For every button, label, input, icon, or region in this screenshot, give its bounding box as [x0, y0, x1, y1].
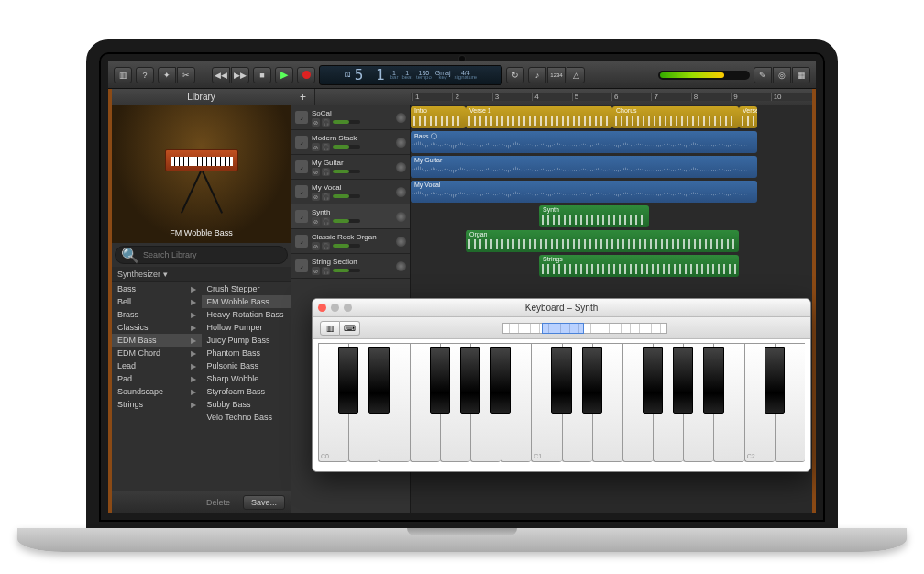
track-header[interactable]: ♪Synth⊘🎧: [292, 204, 410, 229]
black-key[interactable]: [643, 347, 663, 414]
countin-button[interactable]: 1234: [547, 67, 566, 83]
save-button[interactable]: Save...: [243, 495, 285, 510]
pan-knob[interactable]: [396, 212, 406, 222]
category-item[interactable]: Pad▶: [112, 372, 202, 385]
patch-item[interactable]: FM Wobble Bass: [202, 295, 292, 308]
patch-list[interactable]: Crush StepperFM Wobble BassHeavy Rotatio…: [202, 282, 292, 491]
patch-item[interactable]: Styrofoam Bass: [202, 385, 292, 398]
category-item[interactable]: Strings▶: [112, 398, 202, 411]
play-button[interactable]: ▶: [275, 67, 293, 83]
category-item[interactable]: Lead▶: [112, 359, 202, 372]
category-item[interactable]: Bell▶: [112, 295, 202, 308]
region[interactable]: Bass ⓘ: [411, 131, 757, 153]
library-breadcrumb[interactable]: Synthesizer ▾: [112, 267, 291, 282]
category-item[interactable]: Soundscape▶: [112, 385, 202, 398]
pan-knob[interactable]: [396, 187, 406, 197]
volume-slider[interactable]: [333, 145, 360, 149]
library-toggle-button[interactable]: ▥: [114, 67, 132, 83]
patch-item[interactable]: Sharp Wobble: [202, 372, 292, 385]
forward-button[interactable]: ▶▶: [231, 67, 249, 83]
region[interactable]: Synth: [539, 205, 649, 227]
solo-button[interactable]: 🎧: [322, 242, 330, 250]
mute-button[interactable]: ⊘: [312, 118, 320, 127]
controls-button[interactable]: ✦: [158, 67, 176, 83]
metronome-button[interactable]: △: [566, 67, 585, 83]
black-key[interactable]: [460, 347, 480, 414]
editors-button[interactable]: ✂: [177, 67, 195, 83]
black-key[interactable]: [764, 347, 785, 414]
pan-knob[interactable]: [396, 162, 406, 172]
cycle-button[interactable]: ↻: [506, 67, 524, 83]
mute-button[interactable]: ⊘: [312, 168, 320, 176]
track-header[interactable]: ♪Modern Stack⊘🎧: [292, 130, 410, 155]
keyboard-range-selector[interactable]: [542, 323, 584, 334]
volume-slider[interactable]: [333, 194, 360, 198]
volume-slider[interactable]: [333, 269, 360, 272]
close-icon[interactable]: [318, 304, 326, 312]
loops-button[interactable]: ◎: [773, 67, 791, 83]
mute-button[interactable]: ⊘: [312, 217, 320, 226]
patch-item[interactable]: Hollow Pumper: [202, 321, 292, 334]
black-key[interactable]: [673, 347, 693, 414]
category-item[interactable]: EDM Bass▶: [112, 334, 202, 347]
black-key[interactable]: [490, 347, 511, 414]
pan-knob[interactable]: [396, 138, 406, 148]
track-header[interactable]: ♪String Section⊘🎧: [292, 254, 410, 279]
notepad-button[interactable]: ✎: [754, 67, 772, 83]
black-key[interactable]: [703, 347, 723, 414]
black-key[interactable]: [551, 347, 571, 414]
region[interactable]: Verse 1: [466, 106, 612, 128]
keyboard-view-icon[interactable]: ▥: [320, 321, 340, 336]
keyboard-mode-segment[interactable]: ▥ ⌨: [320, 321, 360, 336]
mute-button[interactable]: ⊘: [312, 242, 320, 250]
keyboard-overview[interactable]: [502, 323, 667, 334]
rewind-button[interactable]: ◀◀: [212, 67, 230, 83]
zoom-icon[interactable]: [344, 304, 352, 312]
region[interactable]: Verse: [739, 106, 757, 128]
category-item[interactable]: Bass▶: [112, 282, 202, 295]
pan-knob[interactable]: [396, 237, 406, 247]
stop-button[interactable]: ■: [253, 67, 271, 83]
solo-button[interactable]: 🎧: [322, 193, 330, 201]
delete-button[interactable]: Delete: [199, 496, 237, 509]
solo-button[interactable]: 🎧: [322, 143, 330, 151]
pan-knob[interactable]: [396, 261, 406, 271]
search-input[interactable]: [143, 250, 281, 259]
category-list[interactable]: Bass▶Bell▶Brass▶Classics▶EDM Bass▶EDM Ch…: [112, 282, 202, 491]
patch-item[interactable]: Pulsonic Bass: [202, 359, 292, 372]
track-header[interactable]: ♪Classic Rock Organ⊘🎧: [292, 229, 410, 254]
volume-slider[interactable]: [333, 219, 360, 223]
mute-button[interactable]: ⊘: [312, 143, 320, 151]
keyboard-titlebar[interactable]: Keyboard – Synth: [313, 299, 810, 317]
solo-button[interactable]: 🎧: [322, 217, 330, 226]
black-key[interactable]: [582, 347, 602, 414]
category-item[interactable]: EDM Chord▶: [112, 347, 202, 359]
mute-button[interactable]: ⊘: [312, 193, 320, 201]
patch-item[interactable]: Phantom Bass: [202, 347, 292, 359]
pan-knob[interactable]: [396, 113, 406, 123]
black-key[interactable]: [368, 347, 389, 414]
tuner-button[interactable]: ♪: [528, 67, 546, 83]
category-item[interactable]: Brass▶: [112, 308, 202, 321]
region[interactable]: My Vocal: [411, 181, 757, 203]
keyboard-window[interactable]: Keyboard – Synth ▥ ⌨ C0C1C2: [312, 298, 811, 472]
record-button[interactable]: [297, 67, 315, 83]
minimize-icon[interactable]: [331, 304, 339, 312]
track-header[interactable]: ♪My Vocal⊘🎧: [292, 180, 410, 204]
region[interactable]: Intro: [411, 106, 466, 128]
piano-keys[interactable]: C0C1C2: [318, 343, 805, 462]
volume-slider[interactable]: [333, 244, 360, 248]
library-search[interactable]: 🔍: [115, 246, 288, 264]
patch-item[interactable]: Subby Bass: [202, 398, 292, 411]
category-item[interactable]: Classics▶: [112, 321, 202, 334]
patch-item[interactable]: Crush Stepper: [202, 282, 292, 295]
region[interactable]: My Guitar: [411, 156, 757, 178]
patch-item[interactable]: Juicy Pump Bass: [202, 334, 292, 347]
typing-view-icon[interactable]: ⌨: [340, 321, 360, 336]
patch-item[interactable]: Heavy Rotation Bass: [202, 308, 292, 321]
solo-button[interactable]: 🎧: [322, 118, 330, 127]
volume-slider[interactable]: [333, 120, 360, 124]
help-button[interactable]: ?: [136, 67, 154, 83]
region[interactable]: Chorus: [612, 106, 739, 128]
track-header[interactable]: ♪SoCal⊘🎧: [292, 105, 410, 130]
